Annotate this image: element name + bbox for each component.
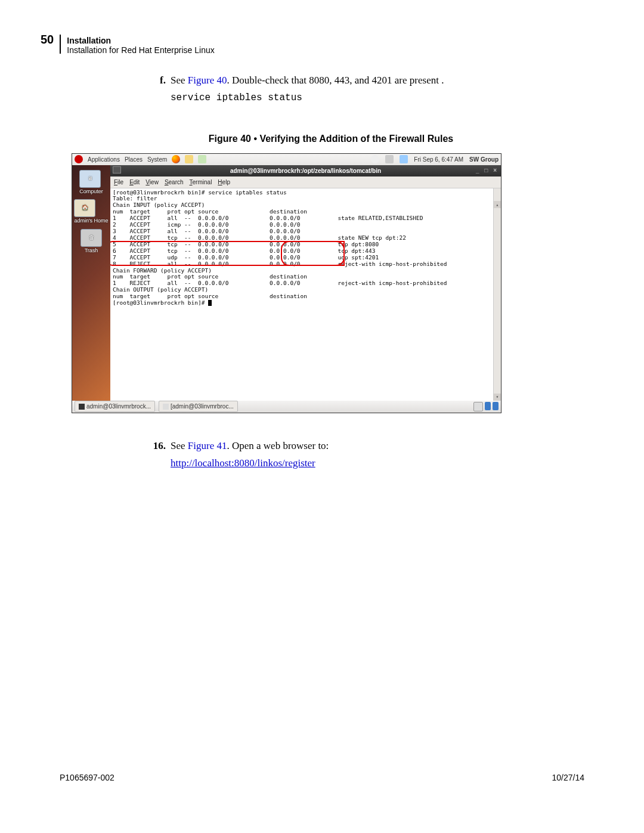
taskbar-item-1[interactable]: admin@03linvmrbrock...: [75, 401, 155, 412]
terminal-line: [root@03linvmrbrockrh bin]#: [113, 300, 499, 306]
header-divider: [60, 35, 61, 54]
launcher-icon[interactable]: [185, 155, 193, 163]
volume-icon[interactable]: [385, 155, 394, 163]
terminal-titlebar: admin@03linvmrbrockrh:/opt/zebra/linkos/…: [110, 165, 501, 176]
panel-user[interactable]: SW Group: [469, 155, 499, 164]
term-menu-file[interactable]: File: [114, 178, 123, 187]
home-icon[interactable]: 🏠admin's Home: [74, 199, 108, 225]
step-f-text: See Figure 40. Double-check that 8080, 4…: [171, 73, 444, 88]
footer-docid: P1065697-002: [60, 773, 114, 782]
launcher-icon-2[interactable]: [198, 155, 206, 163]
header-text-block: Installation Installation for Red Hat En…: [67, 36, 214, 55]
scroll-down-icon[interactable]: ▾: [494, 394, 501, 401]
redhat-icon: [75, 155, 83, 163]
step-16-label: 16.: [149, 438, 166, 454]
terminal-title: admin@03linvmrbrockrh:/opt/zebra/linkos/…: [230, 168, 381, 174]
update-icon[interactable]: [371, 155, 379, 163]
step-f-label: f.: [149, 73, 166, 88]
figure-40-link[interactable]: Figure 40: [188, 75, 227, 86]
gnome-top-panel: Applications Places System Fri Sep 6, 6:…: [72, 154, 501, 165]
firefox-icon[interactable]: [172, 155, 180, 163]
term-menu-terminal[interactable]: Terminal: [190, 178, 212, 187]
terminal-line: 7 ACCEPT udp -- 0.0.0.0/0 0.0.0.0/0 udp …: [113, 255, 499, 261]
figure-40-screenshot: Applications Places System Fri Sep 6, 6:…: [72, 153, 501, 413]
panel-clock[interactable]: Fri Sep 6, 6:47 AM: [414, 155, 463, 164]
figure-40-caption: Figure 40 • Verifying the Addition of th…: [78, 132, 584, 146]
terminal-body[interactable]: [root@03linvmrbrockrh bin]# service ipta…: [110, 188, 501, 401]
page-header: 50 Installation Installation for Red Hat…: [0, 0, 644, 55]
term-menu-edit[interactable]: Edit: [129, 178, 140, 187]
workspace-1[interactable]: [485, 402, 491, 410]
cursor-icon: [208, 300, 212, 306]
term-menu-search[interactable]: Search: [165, 178, 184, 187]
computer-icon[interactable]: 🖥Computer: [79, 170, 103, 196]
desktop-icons: 🖥Computer 🏠admin's Home 🗑Trash: [72, 165, 110, 401]
menu-places[interactable]: Places: [125, 155, 143, 164]
gnome-bottom-panel: admin@03linvmrbrock... [admin@03linvmrbr…: [72, 401, 501, 413]
terminal-line: 8 REJECT all -- 0.0.0.0/0 0.0.0.0/0 reje…: [113, 261, 499, 268]
figure-41-link[interactable]: Figure 41: [188, 440, 227, 451]
workspace-2[interactable]: [493, 402, 499, 410]
terminal-menubar: File Edit View Search Terminal Help: [110, 176, 501, 188]
term-menu-help[interactable]: Help: [218, 178, 230, 187]
page-footer: P1065697-002 10/27/14: [60, 773, 584, 782]
step-f-command: service iptables status: [171, 91, 584, 105]
terminal-line: [root@03linvmrbrockrh bin]# service ipta…: [113, 190, 499, 196]
menu-applications[interactable]: Applications: [88, 155, 120, 164]
header-subtitle: Installation for Red Hat Enterprise Linu…: [67, 45, 214, 55]
workspace-switcher-icon[interactable]: [473, 402, 483, 411]
scroll-up-icon[interactable]: ▴: [494, 201, 501, 208]
page-number: 50: [41, 33, 54, 47]
window-icon: [113, 166, 121, 174]
header-title: Installation: [67, 36, 214, 45]
trash-icon[interactable]: 🗑Trash: [80, 229, 102, 255]
window-controls[interactable]: _ □ ×: [476, 166, 499, 175]
register-url-link[interactable]: http://localhost:8080/linkos/register: [171, 457, 315, 469]
taskbar-item-2[interactable]: [admin@03linvmrbroc...: [159, 401, 238, 412]
terminal-scrollbar[interactable]: ▴ ▾: [493, 188, 501, 401]
desktop-area: 🖥Computer 🏠admin's Home 🗑Trash admin@03l…: [72, 165, 501, 401]
network-icon[interactable]: [400, 155, 408, 163]
term-menu-view[interactable]: View: [145, 178, 159, 187]
step-16: 16. See Figure 41. Open a web browser to…: [149, 438, 584, 454]
step-16-text: See Figure 41. Open a web browser to:: [171, 438, 329, 454]
step-f: f. See Figure 40. Double-check that 8080…: [149, 73, 584, 88]
terminal-window: admin@03linvmrbrockrh:/opt/zebra/linkos/…: [110, 165, 501, 401]
footer-date: 10/27/14: [552, 773, 585, 782]
menu-system[interactable]: System: [147, 155, 167, 164]
